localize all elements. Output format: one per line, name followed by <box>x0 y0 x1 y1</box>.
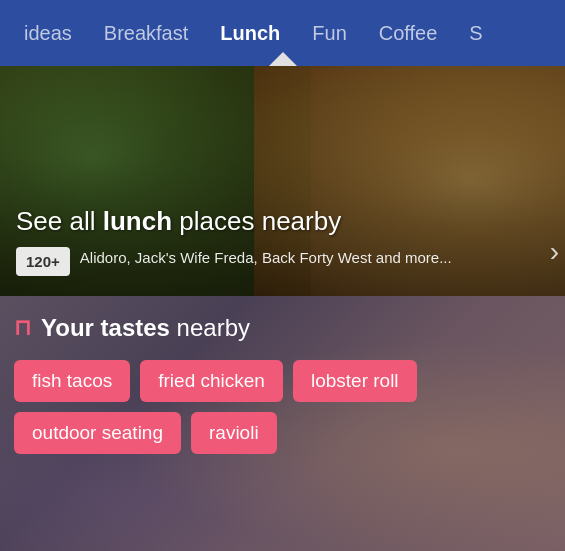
tastes-title-bold: Your tastes <box>41 314 170 341</box>
hero-section[interactable]: See all lunch places nearby 120+ Alidoro… <box>0 66 565 296</box>
tastes-title: Your tastes nearby <box>41 314 250 342</box>
hero-meta: 120+ Alidoro, Jack's Wife Freda, Back Fo… <box>16 247 525 276</box>
hero-content: See all lunch places nearby 120+ Alidoro… <box>16 206 525 276</box>
hero-description: Alidoro, Jack's Wife Freda, Back Forty W… <box>80 247 452 268</box>
tag-outdoor-seating[interactable]: outdoor seating <box>14 412 181 454</box>
tastes-title-suffix: nearby <box>170 314 250 341</box>
nav-item-fun[interactable]: Fun <box>296 22 362 45</box>
hero-title-bold: lunch <box>103 206 172 236</box>
nav-bar: ideas Breakfast Lunch Fun Coffee S <box>0 0 565 66</box>
nav-item-lunch[interactable]: Lunch <box>204 22 296 45</box>
nav-item-coffee[interactable]: Coffee <box>363 22 454 45</box>
foursquare-icon: ⊓ <box>14 315 31 341</box>
tag-lobster-roll[interactable]: lobster roll <box>293 360 417 402</box>
hero-title-suffix: places nearby <box>172 206 341 236</box>
nav-item-more[interactable]: S <box>453 22 498 45</box>
hero-title: See all lunch places nearby <box>16 206 525 237</box>
hero-count-badge: 120+ <box>16 247 70 276</box>
chevron-right-icon: › <box>550 236 559 268</box>
tastes-section: ⊓ Your tastes nearby fish tacos fried ch… <box>0 296 565 551</box>
tastes-header: ⊓ Your tastes nearby <box>14 314 551 342</box>
nav-item-ideas[interactable]: ideas <box>8 22 88 45</box>
tag-fried-chicken[interactable]: fried chicken <box>140 360 283 402</box>
tag-fish-tacos[interactable]: fish tacos <box>14 360 130 402</box>
nav-item-breakfast[interactable]: Breakfast <box>88 22 204 45</box>
hero-title-plain: See all <box>16 206 103 236</box>
tags-grid: fish tacos fried chicken lobster roll ou… <box>14 360 551 454</box>
tag-ravioli[interactable]: ravioli <box>191 412 277 454</box>
